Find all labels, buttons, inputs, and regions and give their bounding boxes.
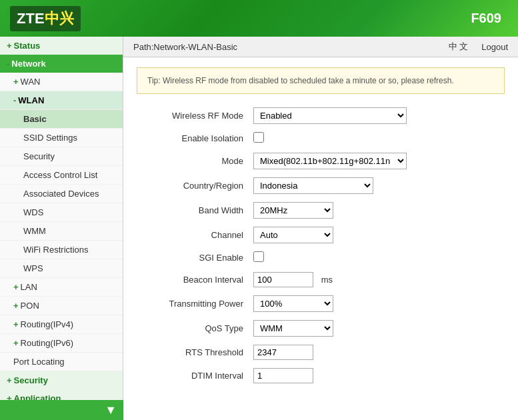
wireless-rf-mode-control: Enabled Disabled Scheduled [253,107,407,124]
transmitting-power-row: Transmitting Power 100% 75% 50% 25% [143,295,498,312]
band-width-select[interactable]: 20MHz 40MHz 20/40MHz [253,202,333,219]
sidebar-item-basic[interactable]: Basic [0,110,123,129]
beacon-interval-control: ms [253,272,333,287]
sidebar-item-wan[interactable]: +WAN [0,73,123,91]
qos-type-control: WMM None [253,320,333,337]
sidebar: +Status -Network +WAN -WLAN Basic SSID S… [0,37,123,420]
qos-type-row: QoS Type WMM None [143,320,498,337]
model-name: F609 [471,11,501,26]
sidebar-item-routing-ipv6[interactable]: +Routing(IPv6) [0,334,123,353]
plus-icon-lan: + [13,282,19,292]
beacon-interval-label: Beacon Interval [143,275,253,285]
rts-threshold-row: RTS Threshold [143,345,498,360]
rts-threshold-input[interactable] [253,345,313,360]
plus-icon-security: + [7,375,12,385]
channel-label: Channel [143,230,253,240]
logout-link[interactable]: Logout [481,42,508,52]
country-region-row: Country/Region Indonesia United States C… [143,177,498,194]
enable-isolation-control [253,132,264,145]
sgi-enable-label: SGI Enable [143,253,253,263]
sidebar-item-wds[interactable]: WDS [0,203,123,222]
dtim-interval-row: DTIM Interval [143,368,498,383]
sidebar-item-security-top[interactable]: +Security [0,371,123,389]
enable-isolation-checkbox[interactable] [253,132,264,143]
sidebar-item-wlan[interactable]: -WLAN [0,91,123,110]
minus-icon-wlan: - [13,95,16,105]
band-width-row: Band Width 20MHz 40MHz 20/40MHz [143,202,498,219]
sgi-enable-control [253,251,264,264]
beacon-interval-row: Beacon Interval ms [143,272,498,287]
country-region-label: Country/Region [143,181,253,191]
band-width-label: Band Width [143,205,253,215]
form-container: Wireless RF Mode Enabled Disabled Schedu… [123,104,518,405]
band-width-control: 20MHz 40MHz 20/40MHz [253,202,333,219]
sgi-enable-row: SGI Enable [143,251,498,264]
enable-isolation-label: Enable Isolation [143,133,253,143]
wireless-rf-mode-row: Wireless RF Mode Enabled Disabled Schedu… [143,107,498,124]
main-layout: +Status -Network +WAN -WLAN Basic SSID S… [0,37,518,420]
header: ZTE中兴 F609 [0,0,518,37]
wireless-rf-mode-select[interactable]: Enabled Disabled Scheduled [253,107,407,124]
country-region-control: Indonesia United States China [253,177,373,194]
scroll-down-icon[interactable]: ▼ [105,403,117,417]
rts-threshold-label: RTS Threshold [143,347,253,357]
mode-label: Mode [143,156,253,166]
transmitting-power-label: Transmitting Power [143,299,253,309]
transmitting-power-control: 100% 75% 50% 25% [253,295,333,312]
tip-box: Tip: Wireless RF mode from disabled to s… [137,67,505,94]
sidebar-item-status[interactable]: +Status [0,37,123,55]
mode-control: Mixed(802.11b+802.11g+802.11n 802.11b on… [253,153,407,169]
qos-type-label: QoS Type [143,323,253,333]
wireless-rf-mode-label: Wireless RF Mode [143,111,253,121]
plus-icon-ipv6: + [13,338,19,348]
sidebar-item-wps[interactable]: WPS [0,259,123,278]
mode-row: Mode Mixed(802.11b+802.11g+802.11n 802.1… [143,153,498,169]
plus-icon: + [7,41,12,51]
sidebar-item-routing-ipv4[interactable]: +Routing(IPv4) [0,315,123,334]
sidebar-item-port-locating[interactable]: Port Locating [0,353,123,371]
channel-select[interactable]: Auto 123 456 789 1011 [253,227,333,243]
channel-control: Auto 123 456 789 1011 [253,227,333,243]
sidebar-item-security[interactable]: Security [0,147,123,166]
sidebar-item-wmm[interactable]: WMM [0,222,123,241]
minus-icon: - [7,59,9,69]
beacon-interval-input[interactable] [253,272,313,287]
sidebar-item-wifi-restrictions[interactable]: WiFi Restrictions [0,241,123,259]
dtim-interval-input[interactable] [253,368,313,383]
sidebar-item-pon[interactable]: +PON [0,297,123,315]
plus-icon-ipv4: + [13,319,19,329]
sgi-enable-checkbox[interactable] [253,251,264,262]
sidebar-item-access-control-list[interactable]: Access Control List [0,166,123,185]
mode-select[interactable]: Mixed(802.11b+802.11g+802.11n 802.11b on… [253,153,407,169]
country-region-select[interactable]: Indonesia United States China [253,177,373,194]
tip-text: Tip: Wireless RF mode from disabled to s… [147,76,454,85]
dtim-interval-label: DTIM Interval [143,371,253,381]
qos-type-select[interactable]: WMM None [253,320,333,337]
logo: ZTE中兴 [10,6,81,31]
path-bar: Path:Network-WLAN-Basic 中 文 Logout [123,37,518,57]
sidebar-wrapper: +Status -Network +WAN -WLAN Basic SSID S… [0,37,123,420]
channel-row: Channel Auto 123 456 789 1011 [143,227,498,243]
plus-icon-pon: + [13,301,19,311]
sidebar-item-network[interactable]: -Network [0,55,123,73]
logo-zte: ZTE [17,10,45,27]
dtim-interval-control [253,368,313,383]
path-text: Path:Network-WLAN-Basic [133,42,237,52]
transmitting-power-select[interactable]: 100% 75% 50% 25% [253,295,333,312]
plus-icon-wan: + [13,77,19,87]
sidebar-item-lan[interactable]: +LAN [0,278,123,297]
content-area: Path:Network-WLAN-Basic 中 文 Logout Tip: … [123,37,518,420]
logo-zh: 中兴 [45,10,74,27]
sidebar-item-associated-devices[interactable]: Associated Devices [0,185,123,203]
rts-threshold-control [253,345,313,360]
sidebar-bottom-bar: ▼ [0,400,123,420]
path-right: 中 文 Logout [449,41,508,53]
beacon-interval-unit: ms [321,275,333,285]
language-link[interactable]: 中 文 [449,41,469,53]
sidebar-item-ssid-settings[interactable]: SSID Settings [0,129,123,147]
enable-isolation-row: Enable Isolation [143,132,498,145]
